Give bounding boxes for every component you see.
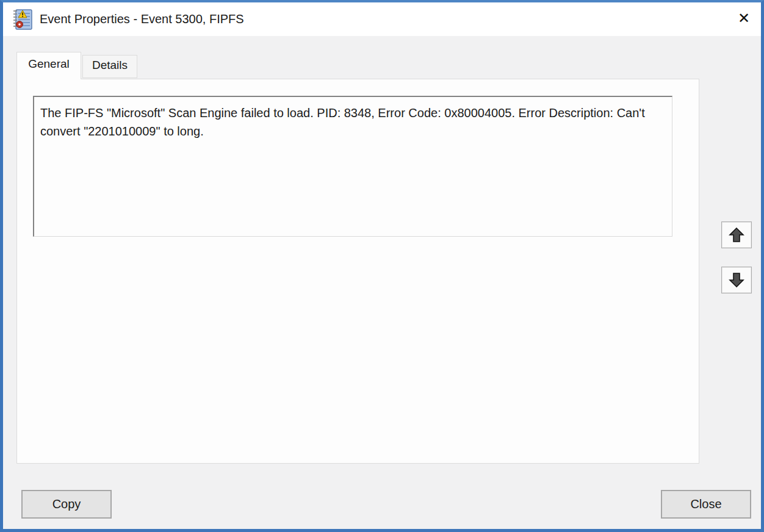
event-properties-dialog: Event Properties - Event 5300, FIPFS ✕ G… [0,0,764,532]
event-log-icon [12,9,33,31]
tab-details-label: Details [92,59,128,72]
tab-details[interactable]: Details [82,55,137,78]
title-bar: Event Properties - Event 5300, FIPFS ✕ [3,2,761,36]
dialog-title: Event Properties - Event 5300, FIPFS [40,12,244,26]
tab-general[interactable]: General [16,52,81,79]
copy-button[interactable]: Copy [21,490,112,519]
close-icon[interactable]: ✕ [729,4,759,33]
general-tab-panel: The FIP-FS "Microsoft" Scan Engine faile… [16,79,699,464]
arrow-down-icon [728,271,745,289]
arrow-up-icon [728,226,745,243]
next-event-button[interactable] [721,267,752,293]
previous-event-button[interactable] [721,221,752,248]
close-button[interactable]: Close [661,490,751,519]
event-description-text[interactable]: The FIP-FS "Microsoft" Scan Engine faile… [33,96,672,237]
tab-general-label: General [28,57,70,71]
